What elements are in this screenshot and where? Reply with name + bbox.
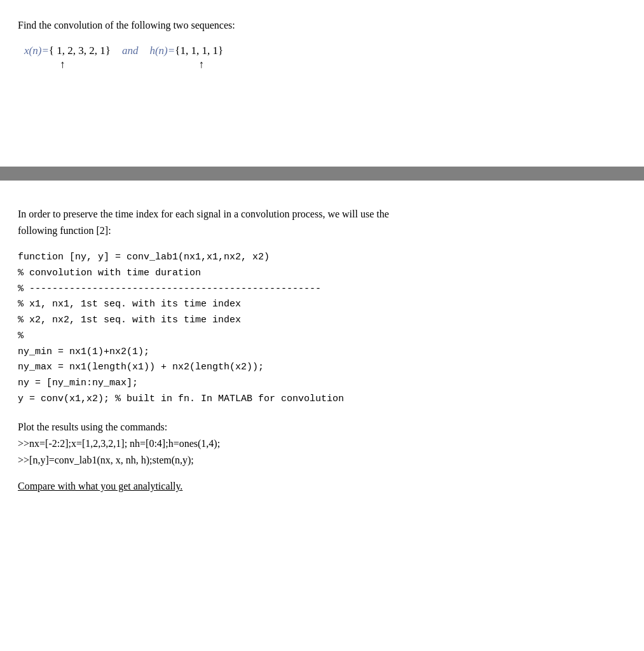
code-line-7: ny_min = nx1(1)+nx2(1);: [18, 345, 619, 360]
code-line-2: % convolution with time duration: [18, 266, 619, 282]
and-word: and: [122, 45, 139, 57]
code-line-6: %: [18, 329, 619, 345]
arrows-line: ↑ ↑: [24, 58, 619, 71]
intro-text: In order to preserve the time index for …: [18, 206, 619, 238]
plot-label: Plot the results using the commands:: [18, 419, 619, 435]
plot-cmd-2: >>[n,y]=conv_lab1(nx, x, nh, h);stem(n,y…: [18, 452, 619, 469]
code-line-1: function [ny, y] = conv_lab1(nx1,x1,nx2,…: [18, 250, 619, 266]
code-line-9: ny = [ny_min:ny_max];: [18, 376, 619, 392]
seq-h-values: {1, 1, 1, 1}: [175, 45, 223, 57]
arrow-h: ↑: [199, 58, 205, 71]
code-line-10: y = conv(x1,x2); % built in fn. In MATLA…: [18, 392, 619, 408]
seq-x-values: { 1, 2, 3, 2, 1}: [49, 45, 111, 57]
top-section: Find the convolution of the following tw…: [0, 0, 644, 84]
divider-bar: [0, 167, 644, 181]
problem-statement: Find the convolution of the following tw…: [18, 18, 619, 33]
code-line-3: % --------------------------------------…: [18, 282, 619, 298]
plot-cmd-1: >>nx=[-2:2];x=[1,2,3,2,1]; nh=[0:4];h=on…: [18, 435, 619, 452]
seq-x-label: x(n)=: [24, 45, 49, 57]
sequences-line: x(n)={ 1, 2, 3, 2, 1} and h(n)={1, 1, 1,…: [24, 45, 619, 57]
sequence-x: x(n)={ 1, 2, 3, 2, 1}: [24, 45, 111, 57]
intro-line2: following function [2]:: [18, 225, 111, 236]
seq-h-label: h(n)=: [149, 45, 175, 57]
sequence-h: h(n)={1, 1, 1, 1}: [149, 45, 223, 57]
code-line-4: % x1, nx1, 1st seq. with its time index: [18, 297, 619, 313]
plot-text: Plot the results using the commands: >>n…: [18, 419, 619, 469]
intro-line1: In order to preserve the time index for …: [18, 209, 389, 219]
page-container: Find the convolution of the following tw…: [0, 0, 644, 651]
arrow-x: ↑: [60, 58, 65, 71]
code-block: function [ny, y] = conv_lab1(nx1,x1,nx2,…: [18, 250, 619, 408]
bottom-section: In order to preserve the time index for …: [0, 181, 644, 511]
code-line-5: % x2, nx2, 1st seq. with its time index: [18, 313, 619, 329]
code-line-8: ny_max = nx1(length(x1)) + nx2(length(x2…: [18, 360, 619, 376]
compare-text: Compare with what you get analytically.: [18, 481, 619, 492]
